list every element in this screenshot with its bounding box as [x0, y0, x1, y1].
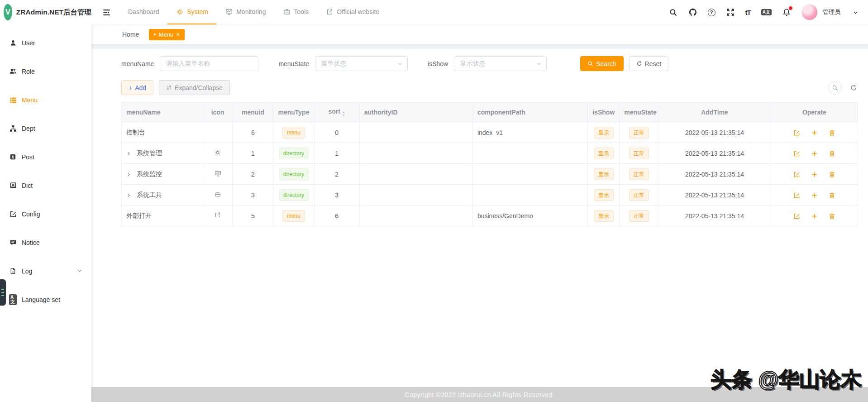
edit-icon[interactable] — [793, 213, 800, 220]
sidebar-item-language-set[interactable]: A文 Language set — [0, 285, 91, 314]
refresh-icon[interactable] — [849, 83, 858, 92]
avatar[interactable] — [801, 4, 818, 20]
edit-icon[interactable] — [793, 150, 800, 157]
notification-badge — [789, 6, 792, 10]
fullscreen-icon[interactable] — [726, 8, 735, 17]
nav-dashboard[interactable]: Dashboard — [120, 0, 167, 24]
nav-label: System — [187, 8, 209, 15]
cell-add-time: 2022-05-13 21:35:14 — [658, 185, 771, 206]
is-show-select[interactable]: 显示状态 — [454, 56, 547, 71]
delete-icon[interactable] — [829, 129, 835, 136]
delete-icon[interactable] — [829, 171, 835, 178]
dept-tree-icon — [9, 124, 17, 132]
add-button[interactable]: + Add — [121, 80, 153, 95]
expand-collapse-button[interactable]: Expand/Collapse — [159, 80, 230, 95]
bell-icon[interactable] — [782, 8, 791, 17]
is-show-label: isShow — [428, 60, 448, 67]
sidebar-collapse-icon[interactable] — [91, 8, 120, 17]
table-row[interactable]: 系统工具 3 directory 3 显示 正常 2022-05-13 21:3… — [122, 185, 858, 206]
edit-icon[interactable] — [793, 192, 800, 199]
sidebar-item-label: Log — [22, 268, 32, 275]
menu-state-select[interactable]: 菜单状态 — [315, 56, 408, 71]
tab-menu[interactable]: ● Menu × — [149, 29, 184, 40]
cell-menu-name: 外部打开 — [126, 212, 152, 219]
cell-component-path: index_v1 — [472, 122, 587, 143]
delete-icon[interactable] — [829, 150, 835, 157]
sort-carets-icon[interactable]: ▲▼ — [342, 111, 345, 117]
refresh-icon — [636, 61, 642, 67]
sidebar-item-role[interactable]: Role — [0, 57, 91, 86]
cell-authority-id — [359, 206, 472, 226]
add-child-icon[interactable] — [811, 213, 818, 220]
add-child-icon[interactable] — [811, 171, 818, 178]
is-show-tag: 显示 — [594, 127, 614, 139]
chevron-down-icon — [397, 61, 403, 67]
nav-monitoring[interactable]: Monitoring — [216, 0, 274, 24]
user-name[interactable]: 管理员 — [823, 8, 840, 16]
sidebar-item-config[interactable]: Config — [0, 200, 91, 228]
placeholder-text: 菜单状态 — [321, 60, 346, 68]
sidebar-item-label: Menu — [22, 96, 38, 104]
gear-icon — [215, 149, 221, 156]
sidebar-item-post[interactable]: Post — [0, 143, 91, 171]
capture-tool-handle[interactable] — [0, 279, 6, 306]
github-icon[interactable] — [688, 8, 697, 17]
tab-home[interactable]: Home — [122, 31, 139, 38]
chevron-down-icon[interactable] — [851, 8, 860, 17]
chevron-down-icon[interactable] — [77, 268, 82, 275]
cell-component-path — [472, 143, 587, 164]
expand-row-icon[interactable] — [126, 172, 131, 177]
table-row[interactable]: 外部打开 5 menu 6 business/GenDemo 显示 正常 202… — [122, 206, 858, 226]
sidebar-item-dict[interactable]: Dict — [0, 171, 91, 200]
col-sort[interactable]: sort▲▼ — [314, 103, 359, 122]
delete-icon[interactable] — [829, 213, 835, 220]
nav-system[interactable]: System — [167, 0, 217, 24]
delete-icon[interactable] — [829, 192, 835, 199]
add-child-icon[interactable] — [811, 192, 818, 199]
table-row[interactable]: 系统监控 2 directory 2 显示 正常 2022-05-13 21:3… — [122, 164, 858, 185]
edit-icon[interactable] — [793, 171, 800, 178]
menu-state-tag: 正常 — [629, 210, 649, 222]
expand-row-icon[interactable] — [126, 151, 131, 156]
app-title: ZRAdmin.NET后台管理 — [16, 8, 91, 17]
sidebar-item-dept[interactable]: Dept — [0, 114, 91, 143]
table-row[interactable]: 控制台 6 menu 0 index_v1 显示 正常 2022-05-13 2… — [122, 122, 858, 143]
add-child-icon[interactable] — [811, 150, 818, 157]
search-button[interactable]: Search — [580, 56, 623, 71]
add-child-icon[interactable] — [811, 129, 818, 136]
help-icon[interactable]: ? — [708, 9, 715, 16]
show-search-button[interactable] — [828, 81, 842, 95]
table-row[interactable]: 系统管理 1 directory 1 显示 正常 2022-05-13 21:3… — [122, 143, 858, 164]
is-show-tag: 显示 — [594, 168, 614, 180]
sidebar-item-label: Notice — [22, 239, 40, 246]
chevron-down-icon — [536, 61, 542, 67]
sidebar-item-menu[interactable]: Menu — [0, 86, 91, 114]
cell-sort: 6 — [314, 206, 359, 226]
reset-button[interactable]: Reset — [629, 56, 669, 71]
edit-icon[interactable] — [793, 129, 800, 136]
close-icon[interactable]: × — [176, 31, 180, 38]
cell-authority-id — [359, 185, 472, 206]
translate-icon[interactable]: A文 — [761, 9, 772, 15]
sidebar-item-user[interactable]: User — [0, 29, 91, 57]
toolbox-icon — [215, 191, 221, 197]
header-actions: ? tT A文 管理员 — [669, 4, 868, 20]
cell-sort: 1 — [314, 143, 359, 164]
dict-book-icon — [9, 182, 17, 189]
cell-authority-id — [359, 122, 472, 143]
nav-official-website[interactable]: Official website — [317, 0, 387, 24]
sidebar-item-log[interactable]: Log — [0, 257, 91, 285]
app-logo: V — [4, 4, 12, 20]
logo-letter: V — [5, 8, 10, 17]
menu-name-input[interactable]: 请输入菜单名称 — [160, 56, 258, 71]
sidebar-item-notice[interactable]: Notice — [0, 228, 91, 257]
expand-row-icon[interactable] — [126, 193, 131, 198]
cell-menuid: 5 — [233, 206, 273, 226]
font-size-icon[interactable]: tT — [745, 9, 751, 16]
plus-icon: + — [129, 84, 132, 91]
cell-add-time: 2022-05-13 21:35:14 — [658, 206, 771, 226]
search-icon[interactable] — [669, 8, 678, 17]
monitor-icon — [224, 7, 234, 16]
nav-tools[interactable]: Tools — [274, 0, 317, 24]
sidebar-item-label: User — [22, 39, 35, 47]
